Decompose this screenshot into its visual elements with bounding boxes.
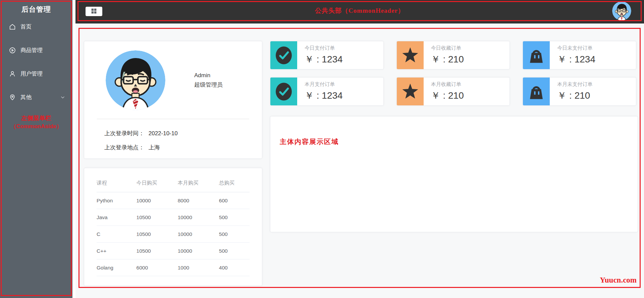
sidebar-item-label: 用户管理 [20, 70, 43, 78]
header-avatar[interactable] [612, 1, 631, 20]
star-icon [397, 41, 424, 69]
login-time-value: 2022-10-10 [149, 130, 178, 137]
sidebar-menu: 首页 商品管理 用户管理 其他 [0, 19, 72, 105]
cell: 8000 [178, 192, 219, 209]
login-place-value: 上海 [149, 144, 160, 151]
cell: 500 [219, 226, 250, 243]
user-avatar [106, 50, 165, 110]
cell: Java [97, 209, 137, 226]
stats-row-today: 今日支付订单 ￥ : 1234 今日收藏订单 ￥ : 210 今日未支付订单 [270, 41, 636, 69]
stat-body: 本月支付订单 ￥ : 1234 [297, 78, 343, 105]
col-header: 课程 [97, 175, 137, 192]
cell: 10000 [137, 192, 178, 209]
home-icon [9, 23, 16, 31]
sidebar-title: 后台管理 [0, 0, 72, 17]
cell: 10000 [178, 226, 219, 243]
stat-value: ￥ : 210 [557, 89, 592, 102]
sidebar-item-label: 商品管理 [20, 47, 43, 54]
cell: 500 [219, 243, 250, 259]
stat-body: 本月收藏订单 ￥ : 210 [424, 78, 464, 105]
stats-row-month: 本月支付订单 ￥ : 1234 本月收藏订单 ￥ : 210 本月未支付订单 [270, 77, 636, 106]
cell: 1000 [178, 259, 219, 276]
stat-label: 本月未支付订单 [557, 81, 592, 88]
stat-card-unpaid-today: 今日未支付订单 ￥ : 1234 [523, 41, 636, 69]
stat-value: ￥ : 210 [431, 89, 464, 102]
body-annotation: 主体内容展示区域 [270, 116, 638, 146]
stat-card-unpaid-month: 本月未支付订单 ￥ : 210 [523, 77, 636, 106]
bag-icon [523, 41, 550, 69]
sidebar-item-home[interactable]: 首页 [0, 19, 72, 35]
sidebar-item-users[interactable]: 用户管理 [0, 66, 72, 82]
menu-collapse-button[interactable] [86, 7, 102, 16]
stat-value: ￥ : 1234 [557, 53, 595, 66]
user-icon [9, 70, 16, 78]
common-header: 公共头部（CommonHeader） [75, 0, 644, 23]
login-info: 上次登录时间： 2022-10-10 上次登录地点： 上海 [84, 119, 262, 155]
main-content: Admin 超级管理员 上次登录时间： 2022-10-10 上次登录地点： 上… [75, 23, 644, 298]
table-row: C++ 10500 10000 500 [97, 243, 250, 259]
grid-menu-icon [91, 8, 97, 15]
star-icon [397, 78, 424, 105]
login-place-row: 上次登录地点： 上海 [104, 141, 262, 155]
user-profile-card: Admin 超级管理员 上次登录时间： 2022-10-10 上次登录地点： 上… [84, 41, 262, 159]
table-row: Golang 6000 1000 400 [97, 259, 250, 276]
cell: 10500 [137, 226, 178, 243]
cell: 10500 [137, 209, 178, 226]
body-content-card: 主体内容展示区域 [270, 116, 638, 232]
table-header-row: 课程 今日购买 本月购买 总购买 [97, 175, 250, 192]
cell: 500 [219, 209, 250, 226]
sidebar-item-label: 其他 [20, 94, 32, 101]
aside-annotation: 左侧菜单栏 （CommonAside） [0, 114, 72, 131]
user-role: 超级管理员 [194, 80, 223, 90]
login-time-row: 上次登录时间： 2022-10-10 [104, 127, 262, 141]
stat-label: 本月支付订单 [305, 81, 343, 88]
cell: C [97, 226, 137, 243]
cell: 10500 [137, 243, 178, 259]
stat-label: 今日支付订单 [305, 45, 343, 51]
col-header: 总购买 [219, 175, 250, 192]
watermark: Yuucn.com [600, 276, 637, 285]
cell: C++ [97, 243, 137, 259]
stat-body: 今日支付订单 ￥ : 1234 [297, 41, 343, 69]
cell: 400 [219, 259, 250, 276]
stat-body: 今日收藏订单 ￥ : 210 [424, 41, 464, 69]
table-row: Java 10500 10000 500 [97, 209, 250, 226]
table-row: C 10500 10000 500 [97, 226, 250, 243]
cell: 10000 [178, 243, 219, 259]
user-name: Admin [194, 71, 223, 80]
aside-annotation-line2: （CommonAside） [0, 122, 72, 131]
stat-value: ￥ : 210 [431, 53, 464, 66]
sidebar-item-label: 首页 [20, 23, 32, 31]
location-icon [9, 94, 16, 101]
table-row: Python 10000 8000 600 [97, 192, 250, 209]
login-place-label: 上次登录地点： [104, 144, 144, 151]
cell: 6000 [137, 259, 178, 276]
cell: Python [97, 192, 137, 209]
check-icon [270, 78, 297, 105]
stat-value: ￥ : 1234 [305, 53, 343, 66]
bag-icon [523, 78, 550, 105]
video-play-icon [9, 47, 16, 54]
sidebar: 后台管理 首页 商品管理 用户管理 其他 [0, 0, 72, 298]
chevron-down-icon [60, 95, 65, 100]
stat-card-paid-month: 本月支付订单 ￥ : 1234 [270, 77, 384, 106]
check-icon [270, 41, 297, 69]
cell: 600 [219, 192, 250, 209]
stat-label: 今日未支付订单 [557, 45, 595, 51]
header-annotation: 公共头部（CommonHeader） [75, 0, 644, 21]
stat-card-favorite-month: 本月收藏订单 ￥ : 210 [396, 77, 510, 106]
course-table-card: 课程 今日购买 本月购买 总购买 Python 10000 8000 600 J… [84, 168, 262, 286]
col-header: 今日购买 [137, 175, 178, 192]
cell: 10000 [178, 209, 219, 226]
cell: Golang [97, 259, 137, 276]
stat-value: ￥ : 1234 [305, 89, 343, 102]
stat-card-paid-today: 今日支付订单 ￥ : 1234 [270, 41, 384, 69]
stat-body: 今日未支付订单 ￥ : 1234 [550, 41, 595, 69]
sidebar-item-other[interactable]: 其他 [0, 89, 72, 105]
stat-label: 本月收藏订单 [431, 81, 464, 88]
order-stats: 今日支付订单 ￥ : 1234 今日收藏订单 ￥ : 210 今日未支付订单 [270, 41, 636, 113]
stat-body: 本月未支付订单 ￥ : 210 [550, 78, 592, 105]
course-table: 课程 今日购买 本月购买 总购买 Python 10000 8000 600 J… [97, 175, 250, 276]
sidebar-item-products[interactable]: 商品管理 [0, 42, 72, 58]
aside-annotation-line1: 左侧菜单栏 [0, 114, 72, 122]
